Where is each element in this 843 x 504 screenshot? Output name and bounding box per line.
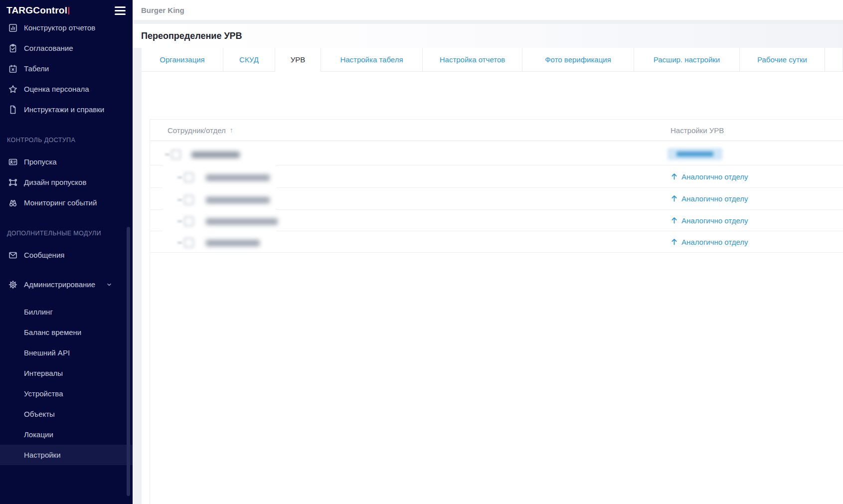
tab-organization[interactable]: Организация [142,48,223,72]
content-panel: Организация СКУД УРВ Настройка табеля На… [142,48,843,504]
sidebar-item-label: Пропуска [24,158,57,166]
arrow-up-icon [671,217,678,224]
sidebar-section-additional-modules: ДОПОЛНИТЕЛЬНЫЕ МОДУЛИ [0,227,133,240]
sort-ascending-icon: ↑ [230,126,233,134]
sidebar-subitem-devices[interactable]: Устройства [0,383,133,404]
sidebar-item-label: Сообщения [24,251,64,259]
sidebar-item-messages[interactable]: Сообщения [0,245,133,265]
sidebar-header: TARGControl [0,0,133,21]
column-header-urv-settings: Настройки УРВ [671,126,724,135]
star-icon [8,84,18,94]
sidebar-nav: Конструктор отчетов Согласование Табели [0,17,133,465]
row-checkbox-blurred[interactable] [184,172,194,182]
topbar: Burger King [133,0,843,20]
blurred-names-region [163,143,276,251]
sidebar-subitem-locations[interactable]: Локации [0,424,133,445]
tab-skud[interactable]: СКУД [223,48,275,72]
sidebar-section-access-control: КОНТРОЛЬ ДОСТУПА [0,134,133,147]
row-checkbox-blurred[interactable] [184,216,194,226]
sidebar-item-passes[interactable]: Пропуска [0,152,133,172]
main-area: Burger King Переопределение УРВ Организа… [133,0,843,504]
table-header-row: Сотрудник/отдел ↑ Настройки УРВ [150,120,843,141]
blurred-department-name [206,218,278,225]
sidebar-item-label: Мониторинг событий [24,198,97,207]
tab-working-day[interactable]: Рабочие сутки [740,48,825,72]
sidebar-item-timesheets[interactable]: Табели [0,58,133,79]
urv-schedule-pill-blurred[interactable] [668,148,722,160]
tree-collapse-icon[interactable] [177,242,182,244]
chevron-down-icon [106,281,113,288]
arrow-up-icon [671,173,678,180]
sidebar-item-pass-design[interactable]: Дизайн пропусков [0,172,133,192]
sidebar-item-label: Оценка персонала [24,85,89,93]
blurred-department-name [206,240,260,246]
sidebar-item-administration[interactable]: Администрирование [0,274,133,295]
sidebar-item-staff-rating[interactable]: Оценка персонала [0,79,133,99]
page-title: Переопределение УРВ [141,31,242,41]
sidebar-subitem-settings[interactable]: Настройки [0,445,133,465]
id-card-icon [8,157,18,167]
sidebar-item-label: Конструктор отчетов [24,23,95,32]
row-checkbox-blurred[interactable] [184,238,194,248]
blurred-company-name [191,152,240,158]
app-logo: TARGControl [6,5,69,16]
row-checkbox-blurred[interactable] [184,195,194,205]
arrow-up-icon [671,238,678,246]
same-as-department-link[interactable]: Аналогично отделу [671,194,748,203]
tab-bar-filler [825,48,843,72]
breadcrumb: Burger King [141,6,184,14]
sidebar-subitem-external-api[interactable]: Внешний API [0,342,133,363]
tree-collapse-icon[interactable] [165,154,169,156]
hamburger-menu-icon[interactable] [115,6,127,15]
approval-icon [8,43,18,53]
tab-timesheet-settings[interactable]: Настройка табеля [321,48,423,72]
same-as-department-link[interactable]: Аналогично отделу [671,238,748,246]
sidebar: TARGControl Конструктор отчетов Согласов… [0,0,133,504]
gear-icon [8,280,18,290]
report-builder-icon [8,23,18,33]
tab-report-settings[interactable]: Настройка отчетов [423,48,522,72]
badge-design-icon [8,177,18,187]
sidebar-item-label: Согласование [24,44,73,52]
sidebar-subitem-time-balance[interactable]: Баланс времени [0,322,133,342]
envelope-icon [8,250,18,260]
tab-urv[interactable]: УРВ [275,48,321,72]
tab-extended-settings[interactable]: Расшир. настройки [634,48,740,72]
sidebar-item-briefings[interactable]: Инструктажи и справки [0,99,133,120]
tree-collapse-icon[interactable] [177,177,182,178]
tab-bar: Организация СКУД УРВ Настройка табеля На… [142,48,843,72]
binoculars-icon [8,198,18,208]
document-icon [8,105,18,115]
sidebar-subitem-billing[interactable]: Биллинг [0,302,133,322]
sidebar-subitem-intervals[interactable]: Интервалы [0,363,133,383]
column-header-employee[interactable]: Сотрудник/отдел ↑ [150,126,233,135]
tab-photo-verification[interactable]: Фото верификация [522,48,634,72]
same-as-department-link[interactable]: Аналогично отделу [671,216,748,225]
page-header: Переопределение УРВ [133,24,843,48]
sidebar-item-event-monitoring[interactable]: Мониторинг событий [0,192,133,213]
same-as-department-link[interactable]: Аналогично отделу [671,172,748,181]
sidebar-item-label: Дизайн пропусков [24,178,86,186]
sidebar-item-label: Табели [24,64,49,73]
blurred-department-name [206,174,270,181]
sidebar-item-label: Администрирование [24,280,95,289]
tree-collapse-icon[interactable] [177,199,182,201]
blurred-department-name [206,197,270,203]
urv-table: Сотрудник/отдел ↑ Настройки УРВ Аналогич… [150,119,843,504]
sidebar-scrollbar[interactable] [127,227,130,496]
timesheet-icon [8,64,18,74]
row-checkbox-blurred[interactable] [171,150,181,160]
sidebar-item-approval[interactable]: Согласование [0,38,133,58]
sidebar-subitem-objects[interactable]: Объекты [0,404,133,424]
arrow-up-icon [671,195,678,202]
tree-collapse-icon[interactable] [177,221,182,222]
administration-submenu: Биллинг Баланс времени Внешний API Интер… [0,302,133,465]
sidebar-item-label: Инструктажи и справки [24,105,104,114]
